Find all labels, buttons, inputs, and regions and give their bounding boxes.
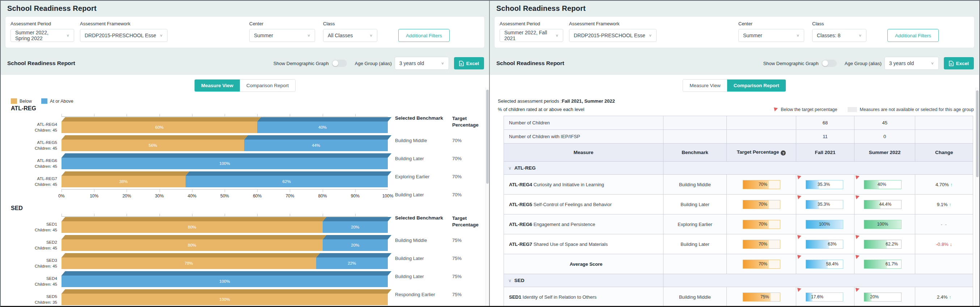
percentage-bar-wrap: 70%: [727, 254, 796, 274]
percentage-cell: 100%: [796, 215, 854, 234]
percentage-bar-wrap: 17.6%: [796, 287, 854, 306]
percentage-bar: 61.7%: [864, 259, 902, 269]
chart-section-title: SED: [11, 205, 486, 212]
collapse-chevron-icon[interactable]: ∨: [508, 165, 512, 171]
center-select[interactable]: Summer ∨: [249, 29, 315, 42]
bar-measure-code: SED1: [11, 222, 57, 227]
bar-measure-code: ATL-REG6: [11, 158, 57, 164]
left-scrollbar[interactable]: [485, 87, 489, 306]
up-arrow-icon: ↑: [950, 182, 953, 187]
tab-comparison-report[interactable]: Comparison Report: [727, 80, 786, 91]
bar-children-count: Children: 45: [11, 146, 57, 151]
percentage-cell: 63%: [796, 234, 854, 254]
measure-row: ATL-REG7 Shared Use of Space and Materia…: [504, 234, 973, 254]
show-demographic-graph-toggle[interactable]: [822, 60, 837, 67]
excel-button-label: Excel: [956, 61, 969, 66]
benchmark-cell: [663, 254, 726, 274]
center-select[interactable]: Summer ∨: [738, 29, 804, 42]
percentage-bar-fill: [806, 180, 819, 189]
bar-row-label: ATL-REG4Children: 45: [11, 122, 62, 133]
bar-segment-bevel: [244, 135, 391, 140]
excel-export-button[interactable]: Excel: [944, 57, 974, 70]
percentage-bar-wrap: 70%: [727, 175, 796, 194]
bar-row-label: ATL-REG7Children: 45: [11, 176, 62, 187]
group-name-cell[interactable]: ∨SED: [504, 274, 663, 287]
group-name: ATL-REG: [514, 165, 536, 171]
additional-filters-button[interactable]: Additional Filters: [398, 29, 450, 42]
percentage-bar-wrap: 40%: [854, 175, 915, 194]
percentage-bar-label: 70%: [759, 222, 767, 227]
column-header-fall-2021: Fall 2021: [796, 143, 854, 162]
tab-measure-view[interactable]: Measure View: [683, 80, 727, 91]
x-axis-tick-label: 90%: [351, 194, 360, 199]
target-percentage-header: Target Percentage: [452, 215, 486, 231]
bar-segment-bevel: [62, 153, 391, 157]
class-select[interactable]: Classes: 8 ∨: [812, 29, 866, 42]
assessment-period-select[interactable]: Summer 2022, Spring 2022 ∨: [11, 29, 74, 42]
bar-segment-above: 100%: [62, 275, 388, 287]
left-tabs: Measure View Comparison Report: [1, 75, 489, 95]
tab-measure-view[interactable]: Measure View: [195, 80, 240, 91]
target-percentage-info-icon[interactable]: ?: [781, 150, 786, 156]
change-value: - -: [941, 222, 947, 227]
meta-empty-cell: [663, 116, 726, 130]
table-header-row: MeasureBenchmarkTarget Percentage?Fall 2…: [504, 143, 973, 162]
assessment-framework-select[interactable]: DRDP2015-PRESCHOOL Essential View, DRDP2…: [569, 29, 657, 42]
chart-bar-row: SED2Children: 4580%20%: [11, 235, 388, 253]
measure-name: Shared Use of Space and Materials: [534, 242, 608, 247]
percentage-bar-label: 100%: [819, 222, 830, 227]
percentage-bar: 70%: [743, 220, 780, 229]
group-row-atl-reg[interactable]: ∨ATL-REG: [504, 162, 973, 175]
left-scrollbar-thumb[interactable]: [486, 90, 489, 184]
class-select[interactable]: All Classes ∨: [323, 29, 377, 42]
benchmark-target: 70%: [452, 156, 461, 161]
meta-summer-value: 45: [854, 116, 915, 130]
bar-segment-below: 60%: [62, 121, 257, 133]
percentage-bar: 70%: [743, 200, 780, 209]
chart-bar-row: SED5Children: 35100%: [11, 289, 388, 306]
age-group-select[interactable]: 3 years old ∨: [395, 57, 449, 70]
bar-segment-below: 100%: [62, 294, 388, 305]
assessment-period-select[interactable]: Summer 2022, Fall 2021 ∨: [500, 29, 563, 42]
right-scrollbar-thumb[interactable]: [976, 91, 978, 177]
bar-measure-code: SED2: [11, 240, 57, 245]
benchmark-name: Building Middle: [395, 237, 452, 243]
x-axis-tick-label: 0%: [58, 194, 64, 199]
bar-row-label: SED1Children: 45: [11, 222, 62, 233]
percentage-bar: 100%: [864, 220, 902, 229]
percentage-bar-wrap: 35.3%: [796, 194, 854, 214]
column-header-target-percentage: Target Percentage?: [727, 143, 796, 162]
column-header-measure: Measure: [504, 143, 663, 162]
show-demographic-graph-toggle[interactable]: [332, 60, 347, 67]
group-row-sed[interactable]: ∨SED: [504, 274, 973, 287]
benchmark-name: Building Later: [395, 192, 452, 197]
selected-periods: Selected assessment periods :Fall 2021, …: [498, 99, 974, 104]
bar-children-count: Children: 45: [11, 282, 57, 288]
percentage-cell: 70%: [727, 175, 796, 194]
benchmark-name: Exploring Earlier: [395, 174, 452, 179]
benchmark-row: Responding Earlier75%: [395, 285, 486, 303]
collapse-chevron-icon[interactable]: ∨: [508, 278, 512, 283]
right-scrollbar[interactable]: [975, 87, 979, 306]
percentage-cell: 70%: [727, 194, 796, 215]
chart-section: ATL-REG4Children: 4560%40%ATL-REG5Childr…: [11, 114, 486, 204]
benchmark-name: Responding Earlier: [395, 292, 452, 297]
age-group-select[interactable]: 3 years old ∨: [885, 57, 939, 70]
axis-label-spacer: [11, 189, 62, 192]
chevron-down-icon: ∨: [858, 33, 862, 37]
excel-export-button[interactable]: Excel: [454, 57, 484, 70]
additional-filters-button[interactable]: Additional Filters: [888, 29, 939, 42]
change-cell: 2.4%↑: [915, 287, 973, 306]
tab-comparison-report[interactable]: Comparison Report: [240, 80, 295, 91]
legend-swatch-icon: [11, 99, 17, 104]
report-section-title: School Readiness Report: [496, 60, 564, 67]
chart-bar-row: SED4Children: 45100%: [11, 271, 388, 289]
bar-segment-above: 20%: [323, 221, 388, 233]
bar-segment-above: 22%: [316, 258, 388, 269]
assessment-framework-select[interactable]: DRDP2015-PRESCHOOL Essential View, DRDP2…: [80, 29, 167, 42]
benchmark-row: Building Later75%: [395, 249, 486, 267]
percentage-bar: 35.3%: [806, 200, 843, 209]
class-label: Class: [323, 21, 377, 26]
group-name-cell[interactable]: ∨ATL-REG: [504, 162, 663, 175]
percentage-bar-wrap: 70%: [727, 234, 796, 254]
